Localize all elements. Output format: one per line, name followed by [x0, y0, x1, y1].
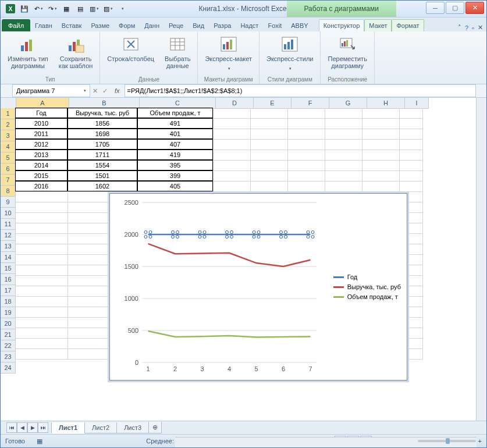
cell-B6[interactable]: 1554	[67, 160, 137, 170]
tab-надст[interactable]: Надст	[236, 19, 263, 31]
select-data[interactable]: Выбратьданные	[162, 34, 193, 70]
row-header-18[interactable]: 18	[1, 296, 16, 307]
column-header-F[interactable]: F	[292, 98, 329, 109]
cell-A5[interactable]: 2013	[15, 150, 67, 160]
cell-F3[interactable]	[288, 129, 325, 140]
cell-F6[interactable]	[288, 161, 325, 171]
row-header-5[interactable]: 5	[1, 152, 16, 163]
legend-item[interactable]: Выручка, тыс. руб	[333, 283, 401, 290]
cell-A1[interactable]: Год	[15, 108, 67, 118]
row-header-2[interactable]: 2	[1, 119, 16, 130]
row-header-4[interactable]: 4	[1, 141, 16, 152]
column-header-G[interactable]: G	[329, 98, 367, 109]
help-icon[interactable]: ?	[465, 24, 468, 31]
qat-btn-3[interactable]: ▥▾	[88, 2, 101, 15]
row-header-16[interactable]: 16	[1, 274, 16, 285]
tab-разме[interactable]: Разме	[86, 19, 114, 31]
cell-A16[interactable]	[16, 265, 68, 276]
cell-F2[interactable]	[288, 119, 325, 129]
tab-форм[interactable]: Форм	[114, 19, 140, 31]
cell-G8[interactable]	[325, 182, 362, 192]
cell-A24[interactable]	[16, 349, 68, 360]
cell-B2[interactable]: 1856	[67, 118, 137, 129]
cell-C7[interactable]: 399	[137, 170, 213, 181]
sheet-nav-next[interactable]: ▶	[27, 422, 38, 433]
quick-styles[interactable]: Экспресс-стили▾	[264, 34, 315, 72]
cell-G3[interactable]	[325, 129, 362, 140]
cell-B3[interactable]: 1698	[67, 129, 137, 139]
tab-конструктор[interactable]: Конструктор	[319, 19, 365, 31]
qat-customize[interactable]: ▾	[116, 2, 129, 15]
minimize-ribbon-icon[interactable]: ˄	[458, 24, 461, 31]
cell-H4[interactable]	[362, 140, 400, 150]
cell-I7[interactable]	[400, 171, 423, 182]
row-header-24[interactable]: 24	[1, 362, 16, 374]
cell-A4[interactable]: 2012	[15, 139, 67, 150]
row-header-11[interactable]: 11	[1, 219, 16, 230]
cell-D1[interactable]	[214, 108, 251, 119]
cell-G1[interactable]	[325, 108, 362, 119]
cell-G4[interactable]	[325, 140, 362, 150]
cell-A9[interactable]	[16, 192, 68, 202]
fx-icon[interactable]: fx	[110, 87, 125, 94]
tab-foxit[interactable]: Foxit	[263, 19, 286, 31]
sheet-nav-prev[interactable]: ◀	[17, 422, 27, 433]
zoom-in-icon[interactable]: +	[478, 438, 482, 445]
window-close-icon[interactable]: ✕	[478, 24, 483, 31]
row-header-14[interactable]: 14	[1, 252, 16, 263]
row-header-20[interactable]: 20	[1, 318, 16, 329]
embedded-chart[interactable]: 050010001500200025001234567 ГодВыручка, …	[109, 193, 407, 381]
cell-A6[interactable]: 2014	[15, 160, 67, 170]
cell-F1[interactable]	[288, 108, 325, 119]
cell-D8[interactable]	[214, 182, 251, 192]
switch-row-col[interactable]: Строка/столбец	[105, 34, 157, 63]
move-chart[interactable]: Переместитьдиаграмму	[325, 34, 369, 70]
tab-file[interactable]: Файл	[2, 19, 30, 31]
cell-D7[interactable]	[214, 171, 251, 182]
save-icon[interactable]: 💾	[18, 2, 31, 15]
qat-btn-2[interactable]: ▤	[74, 2, 87, 15]
tab-вид[interactable]: Вид	[188, 19, 209, 31]
undo-icon[interactable]: ↶▾	[32, 2, 45, 15]
cell-B5[interactable]: 1711	[67, 150, 137, 160]
cell-I5[interactable]	[400, 150, 423, 161]
cell-A15[interactable]	[16, 255, 68, 265]
tab-вставк[interactable]: Вставк	[57, 19, 87, 31]
cell-A13[interactable]	[16, 234, 68, 244]
cell-C5[interactable]: 419	[137, 150, 213, 160]
cell-B8[interactable]: 1602	[67, 181, 137, 191]
sheet-tab-лист3[interactable]: Лист3	[116, 422, 149, 433]
column-header-H[interactable]: H	[367, 98, 405, 109]
row-header-3[interactable]: 3	[1, 130, 16, 141]
cancel-formula-icon[interactable]: ✕	[90, 87, 100, 95]
cell-I6[interactable]	[400, 161, 423, 171]
cell-H3[interactable]	[362, 129, 400, 140]
cell-G6[interactable]	[325, 161, 362, 171]
excel-icon[interactable]: X	[4, 2, 17, 15]
row-header-7[interactable]: 7	[1, 175, 16, 186]
tab-макет[interactable]: Макет	[364, 19, 392, 31]
cell-A23[interactable]	[16, 339, 68, 349]
tab-реце[interactable]: Реце	[164, 19, 188, 31]
cell-D3[interactable]	[214, 129, 251, 140]
cell-D5[interactable]	[214, 150, 251, 161]
cell-A22[interactable]	[16, 328, 68, 339]
sheet-tab-лист1[interactable]: Лист1	[51, 422, 85, 433]
cell-E4[interactable]	[251, 140, 288, 150]
tab-данн[interactable]: Данн	[140, 19, 164, 31]
close-button[interactable]: ✕	[465, 2, 484, 14]
row-header-13[interactable]: 13	[1, 241, 16, 252]
cell-A20[interactable]	[16, 307, 68, 318]
name-box[interactable]: Диаграмма 7▾	[12, 84, 90, 97]
cell-A14[interactable]	[16, 244, 68, 255]
cell-C4[interactable]: 407	[137, 139, 213, 150]
cell-A12[interactable]	[16, 223, 68, 234]
cell-D4[interactable]	[214, 140, 251, 150]
cell-E3[interactable]	[251, 129, 288, 140]
qat-btn-4[interactable]: ▨▾	[102, 2, 115, 15]
cell-D6[interactable]	[214, 161, 251, 171]
cell-I1[interactable]	[400, 108, 423, 119]
row-header-10[interactable]: 10	[1, 208, 16, 219]
cell-E1[interactable]	[251, 108, 288, 119]
cell-F8[interactable]	[288, 182, 325, 192]
